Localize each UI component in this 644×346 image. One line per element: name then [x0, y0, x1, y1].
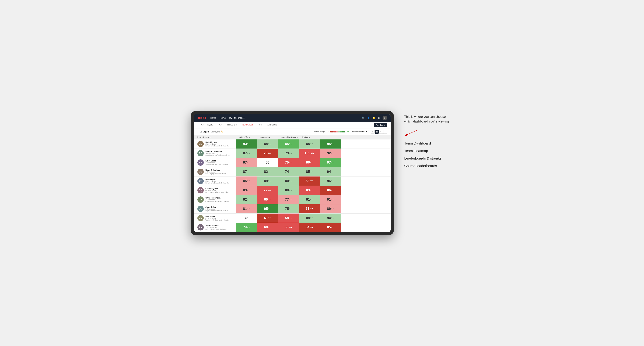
annotation-panel: This is where you can choose which dashb… [404, 111, 453, 168]
player-info-0[interactable]: BM Blair McHarg Plus Handicap Royal Nort… [194, 140, 236, 149]
search-icon[interactable]: 🔍 [362, 117, 364, 119]
score-change-3-3: 3▼ [310, 171, 313, 173]
score-value-7-0: 81 [243, 207, 247, 211]
subnav-hcaps[interactable]: Hcaps 1-5 [225, 122, 239, 128]
table-row: AN Aaron Nicholls 11-15 Handicap Drift G… [194, 223, 390, 232]
score-change-1-1: 11▼ [268, 152, 271, 154]
team-header-row: Team Clippd | 14 Players ✏️ 20 Round Cha… [194, 128, 390, 135]
score-change-5-1: 14▼ [268, 189, 271, 191]
heatmap-view-btn[interactable]: ▦ [375, 130, 379, 134]
score-cell-1-4: 923▼ [320, 149, 341, 158]
score-change-3-4: 1▲ [332, 171, 334, 173]
score-change-8-1: 3▼ [268, 217, 271, 219]
score-value-1-2: 79 [285, 151, 289, 155]
player-details-8: Matt Miller 6-10 Handicap Woburn Golf Cl… [206, 215, 230, 221]
score-change-4-3: 10▼ [310, 180, 313, 182]
settings-icon[interactable]: ⚙ [378, 117, 380, 119]
score-change-6-1: 2▲ [268, 199, 271, 200]
player-club-0: Royal North Devon Golf Club, United King… [206, 145, 230, 147]
player-details-6: Chris Robertson 1-5 Handicap Craigmillar… [206, 197, 229, 202]
person-icon[interactable]: 👤 [367, 117, 370, 119]
player-info-2[interactable]: EE Elliot Ebert 1-5 Handicap Sunningdale… [194, 158, 236, 167]
score-cell-2-2: 753▼ [278, 158, 299, 167]
score-cell-4-3: 8310▼ [299, 176, 320, 185]
player-details-1: Edward Crossman 1-5 Handicap Sunningdale… [206, 151, 230, 156]
player-club-3: Gog Magog Golf Club, United Kingdom [206, 173, 230, 174]
subnav-pga[interactable]: PGA [216, 122, 225, 128]
player-info-5[interactable]: CQ Charlie Quick 6-10 Handicap St. Georg… [194, 186, 236, 195]
score-cell-7-3: 7111▼ [299, 204, 320, 213]
team-name-label: Team Clippd [198, 131, 209, 133]
logo[interactable]: clippd [198, 116, 206, 120]
player-info-9[interactable]: AN Aaron Nicholls 11-15 Handicap Drift G… [194, 223, 236, 232]
subnav-pgat[interactable]: PGAT Players [198, 122, 216, 128]
arrow-container [404, 129, 453, 136]
add-team-button[interactable]: Add Team [374, 123, 387, 127]
player-avatar-7: JC [198, 206, 204, 212]
score-change-1-4: 3▼ [332, 152, 334, 154]
list-view-btn[interactable]: ≡ [379, 130, 383, 134]
player-info-6[interactable]: CR Chris Robertson 1-5 Handicap Craigmil… [194, 195, 236, 204]
score-value-2-4: 97 [327, 161, 331, 165]
score-change-6-3: 4▲ [310, 199, 313, 200]
view-icons: ⊞ ▦ ≡ ↓ [371, 130, 387, 134]
table-row: MM Matt Miller 6-10 Handicap Woburn Golf… [194, 213, 390, 223]
avatar[interactable]: U [382, 116, 387, 120]
team-player-count: 14 Players [211, 131, 220, 133]
col-player: Player Quality ▾ [198, 136, 240, 138]
score-cell-3-4: 941▲ [320, 167, 341, 176]
score-cell-8-4: 943▲ [320, 213, 341, 223]
player-club-5: St. George's Hill GC - Weybridge - Surre… [206, 191, 230, 193]
score-value-7-4: 89 [327, 207, 331, 211]
last-rounds-value: 20 [366, 131, 367, 133]
player-name-1: Edward Crossman [206, 151, 230, 153]
score-change-3-2: 1▲ [290, 171, 292, 173]
score-value-5-1: 77 [264, 188, 268, 192]
svg-line-1 [406, 130, 418, 135]
player-handicap-0: Plus Handicap [206, 143, 230, 145]
color-bar [330, 131, 345, 133]
score-change-5-2: 1▲ [290, 189, 292, 191]
download-btn[interactable]: ↓ [383, 130, 387, 134]
score-value-3-1: 82 [264, 170, 268, 174]
player-info-4[interactable]: DF David Ford Plus Handicap Royal North … [194, 176, 236, 185]
player-club-8: Woburn Golf Club, United Kingdom [206, 219, 230, 221]
player-name-3: Dave Billingham [206, 169, 230, 171]
score-cell-7-1: 958▲ [257, 204, 278, 213]
player-quality-label[interactable]: Player Quality [198, 136, 209, 138]
player-name-6: Chris Robertson [206, 197, 229, 199]
column-headers: Player Quality ▾ Player Quality Off the … [194, 135, 390, 140]
player-name-2: Elliot Ebert [206, 160, 230, 162]
player-info-3[interactable]: DB Dave Billingham 1-5 Handicap Gog Mago… [194, 167, 236, 176]
bell-icon[interactable]: 🔔 [372, 117, 376, 119]
score-change-6-0: 3▲ [248, 199, 250, 200]
player-name-8: Matt Miller [206, 215, 230, 217]
score-change-7-1: 8▲ [268, 208, 271, 210]
score-cell-9-2: 5810▲ [278, 223, 299, 232]
round-change-minus: -5 [327, 131, 329, 133]
score-value-5-3: 83 [306, 188, 310, 192]
nav-teams[interactable]: Teams [220, 117, 226, 119]
nav-home[interactable]: Home [210, 117, 216, 119]
last-rounds-button[interactable]: ⊞ Last Rounds: 20 [351, 130, 369, 133]
player-info-8[interactable]: MM Matt Miller 6-10 Handicap Woburn Golf… [194, 213, 236, 223]
player-details-3: Dave Billingham 1-5 Handicap Gog Magog G… [206, 169, 230, 174]
player-info-7[interactable]: JC Josh Coles 1-5 Handicap Royal North D… [194, 204, 236, 213]
subnav-all-players[interactable]: All Players [265, 122, 280, 128]
nav-links: Home Teams My Performance [210, 117, 244, 119]
player-info-1[interactable]: EC Edward Crossman 1-5 Handicap Sunningd… [194, 149, 236, 158]
score-change-8-4: 3▲ [332, 217, 334, 219]
col-approach: Approach ▾ [260, 136, 282, 138]
edit-icon[interactable]: ✏️ [221, 131, 223, 133]
score-change-7-2: 2▲ [290, 208, 292, 210]
last-rounds-icon: ⊞ [352, 131, 354, 133]
subnav-team-clippd[interactable]: Team Clippd [239, 122, 256, 128]
score-change-2-0: 3▼ [248, 162, 250, 163]
nav-right: 🔍 👤 🔔 ⚙ U [362, 116, 387, 120]
grid-view-btn[interactable]: ⊞ [371, 130, 374, 134]
subnav-tour[interactable]: Tour [256, 122, 265, 128]
nav-my-performance[interactable]: My Performance [229, 117, 244, 119]
score-cell-5-2: 801▲ [278, 186, 299, 195]
player-avatar-1: EC [198, 150, 204, 156]
score-cell-6-0: 823▲ [236, 195, 257, 204]
